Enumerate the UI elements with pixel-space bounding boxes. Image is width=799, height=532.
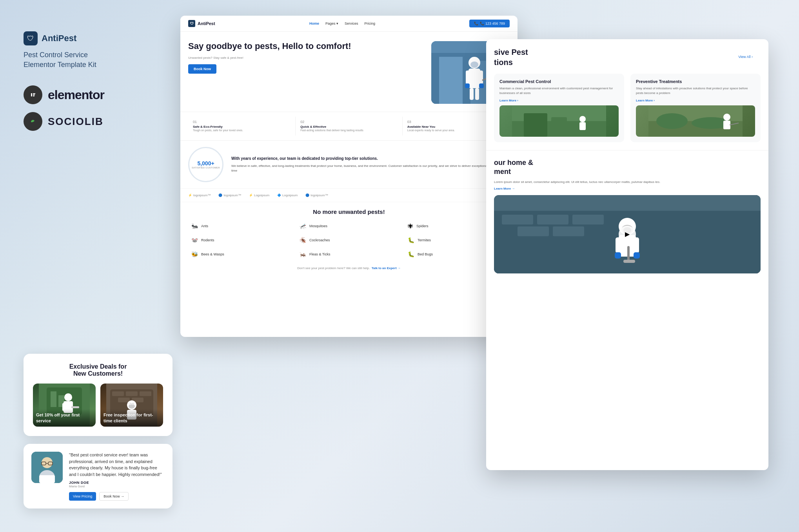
logo-text-1: logoipsum™ xyxy=(193,194,211,197)
book-now-button[interactable]: Book Now → xyxy=(99,492,129,501)
termites-label: Termites xyxy=(418,238,431,242)
testimonial-role: Maria Gord xyxy=(69,485,165,488)
deal-image-1: Get 10% off your first service xyxy=(33,384,96,427)
testimonial-content: "Best pest control service ever! team wa… xyxy=(69,452,165,501)
protect-text: our home &ment Lorem ipsum dolor sit ame… xyxy=(494,158,761,190)
section-header: sive Pesttions View All › xyxy=(494,47,761,67)
pest-fleas-ticks: 🦗 Fleas & Ticks xyxy=(296,249,401,260)
svg-rect-33 xyxy=(39,475,55,483)
svg-point-53 xyxy=(579,116,586,122)
feature-1-num: 01 xyxy=(193,120,291,124)
nav-link-pages[interactable]: Pages ▾ xyxy=(325,22,338,25)
logo-3: ⚡ Logoipsum xyxy=(249,194,269,197)
cockroaches-label: Cockroaches xyxy=(309,238,330,242)
svg-rect-54 xyxy=(579,122,586,130)
svg-rect-39 xyxy=(469,69,480,88)
hero-cta-button[interactable]: Book Now xyxy=(188,64,216,74)
view-all-link[interactable]: View All › xyxy=(738,55,753,59)
badge-row: elementor SOCIOLIB xyxy=(24,85,173,131)
preventive-learn-more[interactable]: Learn More › xyxy=(636,99,755,102)
svg-rect-51 xyxy=(524,113,547,137)
testimonial-buttons: View Pricing Book Now → xyxy=(69,492,165,501)
video-play-button[interactable]: ▶ xyxy=(619,226,636,243)
protect-content-row: our home &ment Lorem ipsum dolor sit ame… xyxy=(494,158,761,190)
deal-image-2: Free inspection for first-time clients xyxy=(100,384,163,427)
ants-icon: 🐜 xyxy=(191,223,198,229)
nav-link-home[interactable]: Home xyxy=(309,22,319,25)
feature-2: 02 Quick & Effective Fast-acting solutio… xyxy=(295,117,402,136)
svg-rect-72 xyxy=(634,237,639,253)
svg-rect-19 xyxy=(140,391,151,396)
logo-icon-3: ⚡ xyxy=(249,194,253,197)
about-desc: We believe in safe, effective, and long-… xyxy=(231,164,510,173)
bees-icon: 🐝 xyxy=(191,251,198,257)
logo-2: 🔵 logoipsum™ xyxy=(218,194,241,197)
deals-card: Exclusive Deals forNew Customers! xyxy=(24,354,173,436)
talk-to-expert-link[interactable]: Talk to an Expert → xyxy=(372,266,401,270)
nav-links: Home Pages ▾ Services Pricing xyxy=(309,22,375,25)
svg-rect-36 xyxy=(439,57,463,104)
svg-rect-67 xyxy=(518,226,549,236)
svg-rect-18 xyxy=(126,391,138,396)
logo-icon-2: 🔵 xyxy=(218,194,222,197)
hero-subtitle: Unwanted pests? Stay safe & pest-free! xyxy=(188,56,423,60)
svg-rect-2 xyxy=(33,93,35,94)
feature-2-desc: Fast-acting solutions that deliver long … xyxy=(300,128,397,132)
stats-circle: 5,000+ SATISFIED CUSTOMER xyxy=(188,147,223,182)
logo-text-2: logoipsum™ xyxy=(223,194,241,197)
pest-cockroaches: 🪳 Cockroaches xyxy=(296,235,401,246)
feature-2-title: Quick & Effective xyxy=(300,125,397,128)
svg-point-44 xyxy=(470,62,478,68)
brand-tagline: Pest Control Service Elementor Template … xyxy=(24,50,173,70)
bed-bugs-label: Bed Bugs xyxy=(418,252,433,256)
sociolib-label: SOCIOLIB xyxy=(48,116,104,128)
termites-icon: 🐛 xyxy=(408,237,414,243)
protect-learn-more-link[interactable]: Learn More → xyxy=(494,187,761,190)
testimonial-quote: "Best pest control service ever! team wa… xyxy=(69,452,165,478)
hero-section: Say goodbye to pests, Hello to comfort! … xyxy=(180,32,518,112)
svg-point-25 xyxy=(129,403,132,405)
commercial-desc: Maintain a clean, professional environme… xyxy=(499,86,619,96)
svg-rect-17 xyxy=(112,391,124,396)
preventive-treatments-card: Preventive Treatments Stay ahead of infe… xyxy=(630,74,761,142)
nav-brand-name: AntiPest xyxy=(198,21,215,26)
feature-1-title: Safe & Eco-Friendly xyxy=(193,125,291,128)
logo-1: ⚡ logoipsum™ xyxy=(188,194,211,197)
logo-4: 🔷 Logoipsum xyxy=(277,194,298,197)
svg-rect-4 xyxy=(33,96,35,96)
testimonial-avatar xyxy=(31,452,63,483)
spiders-icon: 🕷 xyxy=(408,223,413,229)
commercial-service-image xyxy=(499,105,619,137)
nav-link-pricing[interactable]: Pricing xyxy=(365,22,376,25)
logo-text-5: logoipsum™ xyxy=(311,194,328,197)
bottom-cards: Exclusive Deals forNew Customers! xyxy=(24,354,173,508)
pests-grid: 🐜 Ants 🦟 Mosquitoes 🕷 Spiders 🐭 Rodents … xyxy=(188,221,510,260)
svg-point-26 xyxy=(132,403,134,405)
nav-logo: 🛡 AntiPest xyxy=(188,20,215,27)
mosquitoes-icon: 🦟 xyxy=(300,223,306,229)
stats-number: 5,000+ xyxy=(197,160,214,166)
svg-rect-43 xyxy=(475,88,479,100)
svg-point-57 xyxy=(656,113,688,129)
sociolib-badge: SOCIOLIB xyxy=(24,112,173,131)
view-pricing-button[interactable]: View Pricing xyxy=(69,492,96,501)
right-panel-top: sive Pesttions View All › Commercial Pes… xyxy=(486,39,768,150)
svg-rect-60 xyxy=(723,121,730,129)
services-cards: Commercial Pest Control Maintain a clean… xyxy=(494,74,761,142)
commercial-title: Commercial Pest Control xyxy=(499,79,619,84)
nav-link-services[interactable]: Services xyxy=(345,22,358,25)
bees-label: Bees & Wasps xyxy=(201,252,224,256)
commercial-learn-more[interactable]: Learn More › xyxy=(499,99,619,102)
pest-mosquitoes: 🦟 Mosquitoes xyxy=(296,221,401,232)
about-text: With years of experience, our team is de… xyxy=(231,156,510,173)
fleas-label: Fleas & Ticks xyxy=(309,252,330,256)
brand-icon: 🛡 xyxy=(24,31,38,45)
pest-ants: 🐜 Ants xyxy=(188,221,293,232)
svg-rect-14 xyxy=(71,406,79,408)
nav-cta-button[interactable]: 📞 📞 123 456 789 xyxy=(469,20,510,27)
svg-rect-3 xyxy=(33,94,35,95)
fleas-icon: 🦗 xyxy=(300,251,306,257)
svg-rect-66 xyxy=(572,215,604,224)
pests-footer: Don't see your pest problem here? We can… xyxy=(188,264,510,271)
svg-rect-20 xyxy=(118,398,130,402)
